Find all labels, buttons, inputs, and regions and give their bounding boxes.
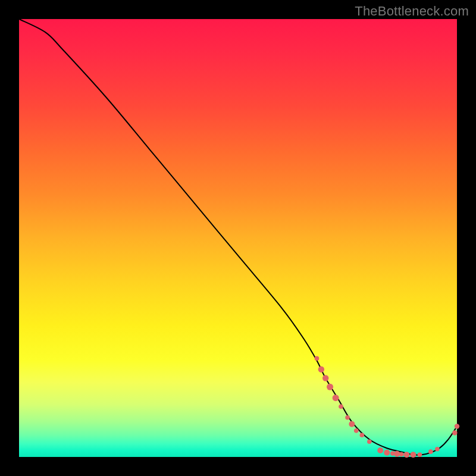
data-marker <box>399 452 404 457</box>
data-marker <box>359 433 364 437</box>
data-marker <box>384 450 390 456</box>
data-marker <box>349 421 355 427</box>
data-marker <box>339 405 343 409</box>
curve-svg <box>19 19 457 457</box>
data-marker <box>410 452 416 458</box>
data-markers <box>315 356 460 458</box>
data-marker <box>428 449 433 454</box>
data-marker <box>367 439 372 444</box>
data-marker <box>327 384 333 390</box>
data-marker <box>435 447 440 452</box>
data-marker <box>403 452 409 458</box>
data-marker <box>318 367 324 372</box>
data-marker <box>377 447 383 453</box>
bottleneck-curve <box>19 19 457 455</box>
data-marker <box>418 453 422 458</box>
chart-container: TheBottleneck.com <box>0 0 476 476</box>
data-marker <box>354 428 359 433</box>
data-marker <box>315 356 320 361</box>
data-marker <box>394 451 400 457</box>
data-marker <box>455 424 459 428</box>
data-marker <box>452 430 457 435</box>
data-marker <box>333 394 339 401</box>
watermark-text: TheBottleneck.com <box>355 4 469 19</box>
data-marker <box>322 375 328 381</box>
data-marker <box>345 415 350 420</box>
plot-area <box>19 19 457 457</box>
